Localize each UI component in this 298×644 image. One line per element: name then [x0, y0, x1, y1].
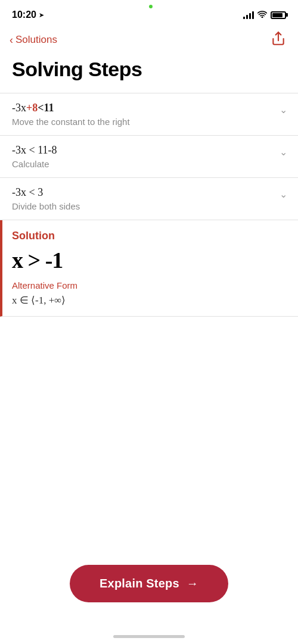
nav-bar: ‹ Solutions	[0, 26, 298, 55]
explain-btn-container: Explain Steps →	[0, 565, 298, 602]
location-icon: ➤	[39, 11, 44, 19]
battery-icon	[271, 11, 286, 19]
share-icon	[271, 31, 286, 46]
back-button[interactable]: ‹ Solutions	[10, 34, 57, 46]
status-icons	[243, 11, 286, 20]
step-1[interactable]: -3x+8<11 Move the constant to the right …	[0, 93, 298, 136]
share-button[interactable]	[271, 31, 286, 48]
wifi-icon	[257, 11, 267, 20]
step-2-description: Calculate	[12, 159, 286, 169]
solution-label: Solution	[12, 230, 286, 242]
solution-main-result: x > -1	[12, 247, 286, 273]
step-3-description: Divide both sides	[12, 201, 286, 211]
step-2[interactable]: -3x < 11-8 Calculate ⌄	[0, 136, 298, 178]
steps-container: -3x+8<11 Move the constant to the right …	[0, 93, 298, 317]
step-3-chevron-icon: ⌄	[280, 189, 287, 200]
solution-section: Solution x > -1 Alternative Form x ∈ ⟨-1…	[0, 220, 298, 317]
step-1-equation: -3x+8<11	[12, 102, 286, 114]
alt-form-value: x ∈ ⟨-1, +∞⟩	[12, 294, 286, 307]
arrow-right-icon: →	[187, 577, 198, 590]
signal-icon	[243, 11, 254, 19]
alt-form-label: Alternative Form	[12, 280, 286, 290]
step-1-chevron-icon: ⌄	[280, 104, 287, 115]
explain-steps-button[interactable]: Explain Steps →	[70, 565, 228, 602]
home-indicator	[113, 635, 185, 638]
step-2-chevron-icon: ⌄	[280, 146, 287, 158]
step-3-equation: -3x < 3	[12, 186, 286, 199]
status-bar: 10:20 ➤	[0, 0, 298, 26]
step-1-description: Move the constant to the right	[12, 117, 286, 127]
back-chevron-icon: ‹	[10, 35, 13, 45]
status-time: 10:20	[12, 10, 36, 20]
notification-dot	[149, 5, 153, 8]
back-label: Solutions	[15, 34, 57, 46]
step-2-equation: -3x < 11-8	[12, 144, 286, 157]
step-3[interactable]: -3x < 3 Divide both sides ⌄	[0, 178, 298, 220]
explain-steps-label: Explain Steps	[100, 577, 179, 590]
page-title: Solving Steps	[0, 55, 298, 93]
